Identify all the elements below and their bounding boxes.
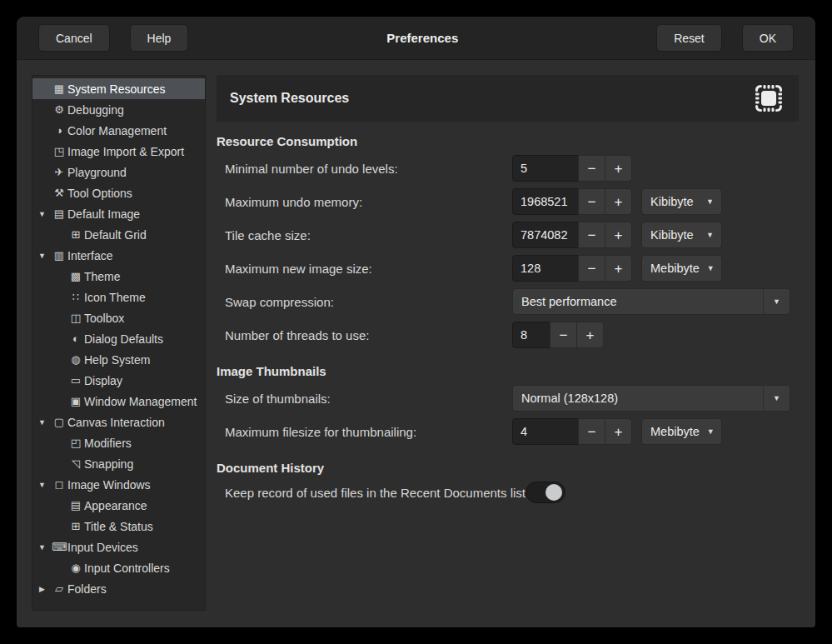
sidebar-item-icon-theme[interactable]: ∷ Icon Theme [32, 287, 205, 307]
sidebar-item-toolbox[interactable]: ◫ Toolbox [32, 307, 205, 328]
sidebar-item-input-controllers[interactable]: ◉ Input Controllers [32, 557, 205, 578]
expander-open-icon[interactable]: ▼ [36, 252, 48, 260]
expander-open-icon[interactable]: ▼ [36, 481, 48, 489]
sidebar-item-debugging[interactable]: ⚙ Debugging [32, 99, 205, 120]
minus-button[interactable]: − [578, 188, 605, 215]
minus-button[interactable]: − [578, 255, 605, 282]
expander-open-icon[interactable]: ▼ [36, 543, 48, 552]
header-bar: Cancel Help Preferences Reset OK [17, 17, 815, 60]
thumbnail-filesize-unit-select[interactable]: Mebibyte ▼ [641, 418, 722, 445]
combo-value: Kibibyte [650, 195, 694, 208]
max-image-size-input[interactable] [512, 255, 579, 282]
sidebar-item-default-image[interactable]: ▼ ▤ Default Image [32, 203, 205, 224]
sidebar-item-help-system[interactable]: ◍ Help System [32, 349, 205, 370]
sidebar-item-label: Snapping [83, 457, 133, 471]
expander-closed-icon[interactable]: ▶ [36, 585, 48, 593]
thumbnail-size-select[interactable]: Normal (128x128) ▼ [512, 385, 790, 412]
sidebar-item-label: Color Management [67, 124, 167, 137]
threads-input[interactable] [512, 322, 551, 348]
sidebar-item-input-devices[interactable]: ▼ ⌨ Input Devices [32, 537, 205, 557]
sidebar-item-theme[interactable]: ▩ Theme [32, 266, 205, 287]
plus-button[interactable]: + [576, 322, 604, 348]
sidebar-item-default-grid[interactable]: ⊞ Default Grid [32, 224, 205, 245]
sidebar-item-window-management[interactable]: ▣ Window Management [32, 391, 205, 412]
minus-button[interactable]: − [578, 418, 605, 445]
sidebar-item-image-windows[interactable]: ▼ ◻ Image Windows [32, 474, 205, 495]
sidebar-item-title-status[interactable]: ⊞ Title & Status [32, 516, 205, 537]
tile-cache-input[interactable] [512, 222, 579, 248]
sidebar-item-label: Default Image [67, 207, 140, 221]
plus-button[interactable]: + [605, 155, 632, 182]
plane-icon: ✈ [52, 166, 67, 178]
chevron-down-icon: ▼ [700, 419, 722, 444]
page-title: System Resources [230, 91, 349, 106]
minus-button[interactable]: − [578, 222, 605, 248]
field-label: Swap compression: [217, 295, 512, 309]
sidebar-item-modifiers[interactable]: ◰ Modifiers [32, 432, 205, 453]
cpu-icon: ▦ [52, 82, 67, 95]
image-icon: ▤ [52, 207, 67, 220]
import-export-icon: ◳ [52, 145, 67, 157]
sidebar-item-interface[interactable]: ▼ ▥ Interface [32, 245, 205, 266]
field-label: Maximum new image size: [217, 262, 512, 276]
tools-icon: ⚒ [52, 187, 67, 199]
undo-levels-input[interactable] [512, 155, 579, 182]
plus-button[interactable]: + [605, 222, 632, 248]
cancel-button[interactable]: Cancel [38, 24, 110, 52]
sidebar-item-playground[interactable]: ✈ Playground [32, 162, 205, 182]
undo-memory-spinner: − + [512, 188, 632, 215]
preferences-page: System Resources [217, 75, 799, 611]
recent-docs-toggle[interactable] [526, 482, 565, 503]
sidebar-item-image-import-export[interactable]: ◳ Image Import & Export [32, 141, 205, 162]
plus-button[interactable]: + [605, 255, 632, 282]
minus-button[interactable]: − [550, 322, 577, 348]
undo-memory-unit-select[interactable]: Kibibyte ▼ [641, 188, 722, 215]
field-label: Size of thumbnails: [217, 392, 512, 406]
icon-theme-icon: ∷ [68, 291, 83, 303]
section-document-history: Document History [217, 461, 799, 475]
pref-row-max-image-size: Maximum new image size: − + Mebibyte ▼ [217, 252, 799, 285]
sidebar-item-snapping[interactable]: ◹ Snapping [32, 453, 205, 474]
ok-button[interactable]: OK [742, 24, 794, 52]
sidebar-item-tool-options[interactable]: ⚒ Tool Options [32, 182, 205, 203]
pref-row-recent-documents: Keep record of used files in the Recent … [217, 478, 799, 507]
combo-value: Best performance [521, 295, 616, 308]
plus-button[interactable]: + [605, 418, 632, 445]
sidebar-item-label: Toolbox [83, 312, 124, 325]
pref-row-thumbnail-filesize: Maximum filesize for thumbnailing: − + M… [217, 415, 799, 448]
minus-button[interactable]: − [578, 155, 605, 182]
sidebar-item-canvas-interaction[interactable]: ▼ ▢ Canvas Interaction [32, 412, 205, 432]
sidebar-item-label: Appearance [83, 499, 147, 512]
undo-memory-input[interactable] [512, 188, 579, 215]
sidebar-item-color-management[interactable]: ◑ Color Management [32, 120, 205, 141]
sidebar-item-system-resources[interactable]: ▦ System Resources [32, 78, 205, 99]
thumbnail-filesize-input[interactable] [512, 418, 579, 445]
sidebar-item-label: Tool Options [67, 187, 132, 200]
combo-value: Mebibyte [650, 425, 700, 438]
sidebar-item-label: Theme [83, 270, 121, 283]
sidebar-item-folders[interactable]: ▶ ▱ Folders [32, 578, 205, 599]
expander-open-icon[interactable]: ▼ [36, 210, 48, 218]
sidebar-item-label: Default Grid [83, 228, 147, 242]
max-image-size-spinner: − + [512, 255, 632, 282]
sidebar-item-label: Input Controllers [83, 562, 170, 575]
swap-compression-select[interactable]: Best performance ▼ [512, 288, 790, 315]
sidebar-item-label: Image Windows [67, 478, 151, 492]
title-status-icon: ⊞ [68, 520, 83, 532]
snapping-icon: ◹ [68, 457, 83, 470]
sidebar-item-label: Modifiers [83, 437, 132, 450]
sidebar-item-appearance[interactable]: ▤ Appearance [32, 495, 205, 516]
sidebar-item-dialog-defaults[interactable]: ◐ Dialog Defaults [32, 328, 205, 349]
expander-open-icon[interactable]: ▼ [36, 418, 48, 427]
help-button[interactable]: Help [130, 24, 189, 52]
sidebar-item-label: Icon Theme [83, 291, 146, 304]
pref-row-swap-compression: Swap compression: Best performance ▼ [217, 285, 799, 318]
sidebar-item-display[interactable]: ▭ Display [32, 370, 205, 391]
tile-cache-unit-select[interactable]: Kibibyte ▼ [641, 222, 722, 248]
max-image-size-unit-select[interactable]: Mebibyte ▼ [641, 255, 722, 282]
cpu-chip-icon [752, 82, 785, 115]
plus-button[interactable]: + [605, 188, 632, 215]
color-management-icon: ◑ [52, 124, 67, 137]
reset-button[interactable]: Reset [656, 24, 722, 52]
preferences-window: Cancel Help Preferences Reset OK ▦ Syste… [17, 17, 815, 627]
